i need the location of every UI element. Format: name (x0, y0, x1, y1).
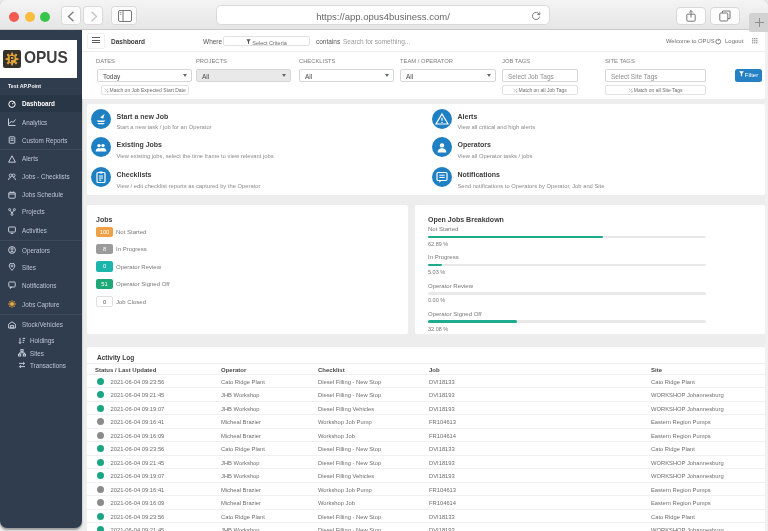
svg-text:P: P (9, 54, 15, 64)
